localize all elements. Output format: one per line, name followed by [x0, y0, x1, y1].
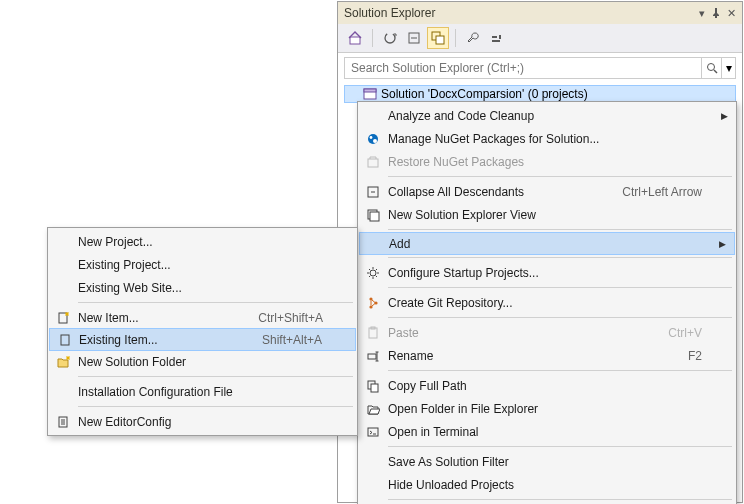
svg-line-27: [376, 275, 377, 276]
copy-icon: [358, 374, 388, 397]
svg-rect-35: [368, 354, 376, 359]
svg-rect-44: [61, 335, 69, 345]
svg-rect-41: [368, 428, 378, 436]
panel-titlebar: Solution Explorer ▾ ✕: [338, 2, 742, 24]
menu-new-editorconfig[interactable]: New EditorConfig: [48, 410, 357, 433]
new-view-icon: [358, 203, 388, 226]
search-bar: ▾: [344, 57, 736, 79]
svg-rect-20: [370, 212, 379, 221]
new-folder-icon: [48, 350, 78, 373]
solution-context-menu: Analyze and Code Cleanup▶ Manage NuGet P…: [357, 101, 737, 504]
solution-icon: [363, 88, 377, 100]
menu-configure-startup[interactable]: Configure Startup Projects...: [358, 261, 736, 284]
git-icon: [358, 291, 388, 314]
svg-point-21: [370, 270, 376, 276]
sync-icon[interactable]: [379, 27, 401, 49]
menu-copy-path[interactable]: Copy Full Path: [358, 374, 736, 397]
svg-rect-6: [492, 36, 497, 38]
menu-rename[interactable]: RenameF2: [358, 344, 736, 367]
menu-new-project[interactable]: New Project...: [48, 230, 357, 253]
properties-icon[interactable]: [486, 27, 508, 49]
search-icon[interactable]: [701, 58, 721, 78]
dropdown-icon[interactable]: ▾: [699, 7, 705, 20]
svg-rect-12: [364, 89, 376, 92]
wrench-icon[interactable]: [462, 27, 484, 49]
menu-hide-unloaded[interactable]: Hide Unloaded Projects: [358, 473, 736, 496]
menu-add[interactable]: Add▶: [359, 232, 735, 255]
add-submenu: New Project... Existing Project... Exist…: [47, 227, 358, 436]
collapse-icon[interactable]: [403, 27, 425, 49]
close-icon[interactable]: ✕: [727, 7, 736, 20]
pin-icon[interactable]: [711, 8, 721, 18]
menu-new-view[interactable]: New Solution Explorer View: [358, 203, 736, 226]
home-icon[interactable]: [344, 27, 366, 49]
svg-rect-7: [492, 40, 500, 42]
svg-line-28: [376, 269, 377, 270]
paste-icon: [358, 321, 388, 344]
svg-point-15: [373, 139, 377, 143]
menu-create-git[interactable]: Create Git Repository...: [358, 291, 736, 314]
svg-rect-16: [368, 159, 378, 167]
svg-line-29: [369, 275, 370, 276]
svg-point-13: [368, 134, 378, 144]
menu-paste: PasteCtrl+V: [358, 321, 736, 344]
svg-line-26: [369, 269, 370, 270]
svg-point-1: [385, 33, 395, 43]
restore-nuget-icon: [358, 150, 388, 173]
menu-install-config[interactable]: Installation Configuration File: [48, 380, 357, 403]
menu-new-solution-folder[interactable]: New Solution Folder: [48, 350, 357, 373]
menu-existing-item[interactable]: Existing Item...Shift+Alt+A: [49, 328, 356, 351]
menu-new-item[interactable]: New Item...Ctrl+Shift+A: [48, 306, 357, 329]
menu-analyze[interactable]: Analyze and Code Cleanup▶: [358, 104, 736, 127]
new-item-icon: [48, 306, 78, 329]
svg-rect-40: [371, 384, 378, 392]
menu-restore-nuget: Restore NuGet Packages: [358, 150, 736, 173]
panel-title-text: Solution Explorer: [344, 6, 435, 20]
solution-label: Solution 'DocxComparsion' (0 projects): [381, 87, 588, 101]
svg-point-9: [707, 64, 714, 71]
menu-open-terminal[interactable]: Open in Terminal: [358, 420, 736, 443]
svg-point-14: [370, 136, 373, 139]
svg-line-10: [714, 70, 717, 73]
editorconfig-icon: [48, 410, 78, 433]
menu-open-folder[interactable]: Open Folder in File Explorer: [358, 397, 736, 420]
menu-manage-nuget[interactable]: Manage NuGet Packages for Solution...: [358, 127, 736, 150]
svg-rect-5: [436, 36, 444, 44]
rename-icon: [358, 344, 388, 367]
collapse-all-icon: [358, 180, 388, 203]
svg-rect-0: [350, 37, 360, 44]
search-input[interactable]: [345, 58, 701, 78]
menu-collapse[interactable]: Collapse All Descendants Ctrl+Left Arrow: [358, 180, 736, 203]
existing-item-icon: [50, 328, 79, 351]
menu-existing-website[interactable]: Existing Web Site...: [48, 276, 357, 299]
nuget-icon: [358, 127, 388, 150]
terminal-icon: [358, 420, 388, 443]
panel-toolbar: [338, 24, 742, 53]
gear-icon: [358, 261, 388, 284]
folder-open-icon: [358, 397, 388, 420]
view-toggle-icon[interactable]: [427, 27, 449, 49]
menu-existing-project[interactable]: Existing Project...: [48, 253, 357, 276]
search-dropdown-icon[interactable]: ▾: [721, 58, 735, 78]
menu-save-filter[interactable]: Save As Solution Filter: [358, 450, 736, 473]
svg-rect-8: [499, 35, 501, 39]
